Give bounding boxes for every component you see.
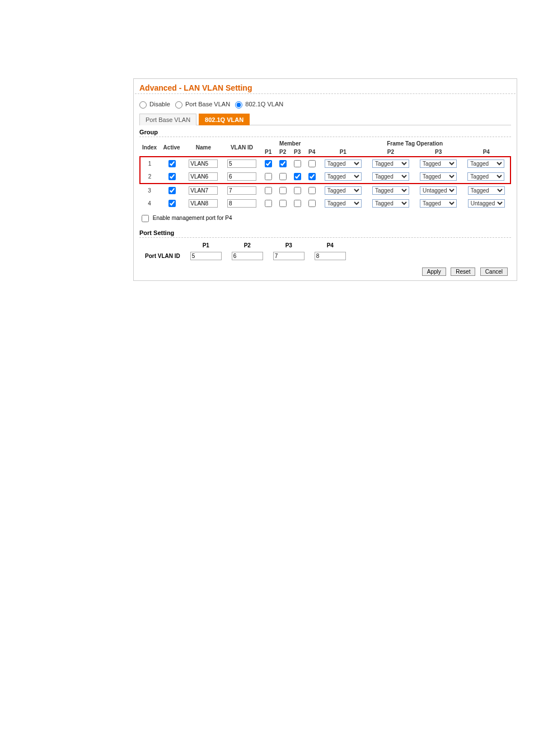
- port-vlanid-p4-input[interactable]: [315, 252, 346, 260]
- col-member-p3: P3: [290, 148, 305, 157]
- cell-index: 3: [140, 184, 159, 197]
- tag-p2-select[interactable]: Tagged: [372, 172, 409, 181]
- col-member: Member: [261, 139, 319, 148]
- tag-p3-select[interactable]: Tagged: [420, 199, 457, 208]
- main-section: Disable Port Base VLAN 802.1Q VLAN Port …: [135, 94, 516, 277]
- active-checkbox[interactable]: [168, 173, 176, 180]
- tag-p4-select[interactable]: Untagged: [468, 199, 505, 208]
- col-tag-p3: P3: [415, 148, 462, 157]
- vlanid-input[interactable]: [227, 199, 256, 208]
- name-input[interactable]: [189, 199, 218, 208]
- name-input[interactable]: [189, 186, 218, 195]
- radio-dot1q[interactable]: 802.1Q VLAN: [235, 101, 283, 107]
- tag-p2-select[interactable]: Tagged: [372, 186, 409, 195]
- page-title: Advanced - LAN VLAN Setting: [135, 83, 516, 94]
- member-p1-checkbox[interactable]: [265, 173, 272, 180]
- col-member-p1: P1: [261, 148, 275, 157]
- tab-8021q-vlan[interactable]: 802.1Q VLAN: [199, 114, 250, 125]
- active-checkbox[interactable]: [168, 200, 176, 207]
- col-tag-p1: P1: [319, 148, 367, 157]
- port-vlanid-p1-input[interactable]: [190, 252, 222, 260]
- member-p4-checkbox[interactable]: [308, 160, 316, 167]
- col-name: Name: [184, 139, 223, 157]
- tag-p3-select[interactable]: Tagged: [420, 159, 457, 168]
- cell-index: 2: [140, 170, 159, 184]
- member-p2-checkbox[interactable]: [279, 173, 287, 180]
- name-input[interactable]: [189, 159, 218, 168]
- name-input[interactable]: [189, 172, 218, 181]
- tabs: Port Base VLAN 802.1Q VLAN: [139, 113, 511, 125]
- group-table: Index Active Name VLAN ID Member Frame T…: [139, 139, 511, 210]
- vlan-settings-panel: Advanced - LAN VLAN Setting Disable Port…: [133, 78, 517, 281]
- tag-p1-select[interactable]: Tagged: [325, 172, 362, 181]
- tab-portbase-vlan[interactable]: Port Base VLAN: [139, 114, 196, 125]
- ps-col-p2: P2: [227, 241, 268, 250]
- member-p3-checkbox[interactable]: [294, 160, 301, 167]
- ps-col-p3: P3: [269, 241, 309, 250]
- tag-p4-select[interactable]: Tagged: [467, 159, 504, 168]
- col-vlanid: VLAN ID: [223, 139, 261, 157]
- member-p4-checkbox[interactable]: [308, 187, 316, 194]
- radio-disable-input[interactable]: [139, 101, 147, 109]
- radio-portbase-input[interactable]: [175, 101, 182, 109]
- radio-dot1q-label: 802.1Q VLAN: [245, 101, 283, 107]
- tag-p4-select[interactable]: Tagged: [468, 186, 505, 195]
- tag-p3-select[interactable]: Tagged: [420, 172, 457, 181]
- member-p2-checkbox[interactable]: [279, 160, 287, 167]
- ps-col-p4: P4: [310, 241, 350, 250]
- member-p4-checkbox[interactable]: [308, 173, 316, 180]
- col-tag-p4: P4: [462, 148, 510, 157]
- tag-p4-select[interactable]: Tagged: [467, 172, 504, 181]
- cell-index: 4: [140, 197, 159, 210]
- vlanid-input[interactable]: [227, 186, 256, 195]
- member-p3-checkbox[interactable]: [294, 187, 301, 194]
- port-vlanid-p2-input[interactable]: [232, 252, 263, 260]
- radio-portbase-label: Port Base VLAN: [185, 101, 230, 107]
- tag-p1-select[interactable]: Tagged: [325, 159, 362, 168]
- vlan-mode-radios: Disable Port Base VLAN 802.1Q VLAN: [139, 97, 511, 113]
- member-p1-checkbox[interactable]: [265, 200, 272, 207]
- mgmt-port-text: Enable management port for P4: [153, 215, 232, 221]
- member-p3-checkbox[interactable]: [294, 200, 301, 207]
- vlanid-input[interactable]: [227, 159, 256, 168]
- ps-col-p1: P1: [186, 241, 226, 250]
- button-bar: Apply Reset Cancel: [139, 262, 511, 277]
- radio-disable[interactable]: Disable: [139, 101, 172, 107]
- table-row: 3 Tagged Tagged Untagged Tagged: [140, 184, 510, 197]
- reset-button[interactable]: Reset: [451, 267, 475, 276]
- member-p2-checkbox[interactable]: [279, 200, 287, 207]
- apply-button[interactable]: Apply: [422, 267, 446, 276]
- member-p2-checkbox[interactable]: [279, 187, 287, 194]
- table-row: 1 Tagged Tagged Tagged Tagged: [140, 157, 510, 170]
- mgmt-port-row: Enable management port for P4: [139, 210, 511, 226]
- tag-p2-select[interactable]: Tagged: [372, 199, 409, 208]
- active-checkbox[interactable]: [168, 187, 176, 194]
- member-p1-checkbox[interactable]: [265, 160, 272, 167]
- col-active: Active: [159, 139, 184, 157]
- tag-p2-select[interactable]: Tagged: [372, 159, 409, 168]
- col-frametag: Frame Tag Operation: [319, 139, 510, 148]
- member-p1-checkbox[interactable]: [265, 187, 272, 194]
- port-setting-title: Port Setting: [139, 226, 511, 238]
- radio-portbase[interactable]: Port Base VLAN: [175, 101, 232, 107]
- col-tag-p2: P2: [367, 148, 414, 157]
- member-p4-checkbox[interactable]: [308, 200, 316, 207]
- tag-p1-select[interactable]: Tagged: [325, 199, 362, 208]
- cell-index: 1: [140, 157, 159, 170]
- cancel-button[interactable]: Cancel: [480, 267, 508, 276]
- active-checkbox[interactable]: [168, 160, 176, 167]
- table-row: 4 Tagged Tagged Tagged Untagged: [140, 197, 510, 210]
- mgmt-port-checkbox[interactable]: [142, 215, 149, 222]
- radio-dot1q-input[interactable]: [235, 101, 242, 109]
- table-row: 2 Tagged Tagged Tagged Tagged: [140, 170, 510, 184]
- tag-p1-select[interactable]: Tagged: [325, 186, 362, 195]
- vlanid-input[interactable]: [227, 172, 256, 181]
- col-member-p2: P2: [275, 148, 290, 157]
- member-p3-checkbox[interactable]: [294, 173, 301, 180]
- col-index: Index: [140, 139, 159, 157]
- mgmt-port-label[interactable]: Enable management port for P4: [139, 215, 232, 221]
- col-member-p4: P4: [305, 148, 319, 157]
- port-vlanid-p3-input[interactable]: [273, 252, 305, 260]
- group-title: Group: [139, 125, 511, 137]
- tag-p3-select[interactable]: Untagged: [420, 186, 457, 195]
